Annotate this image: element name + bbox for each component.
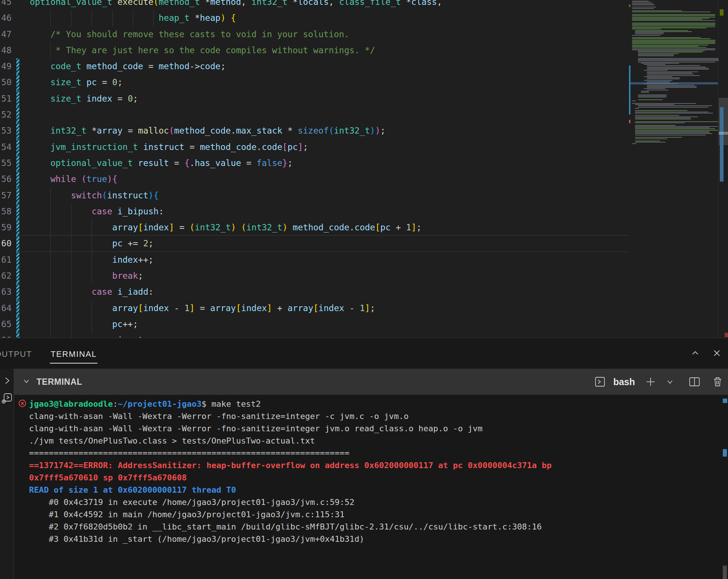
gutter-modified-indicator xyxy=(16,204,19,220)
code-text: code_t method_code = method->code; xyxy=(30,58,728,74)
code-text: optional_value_t execute(method_t *metho… xyxy=(30,0,728,10)
indent-guide xyxy=(50,220,51,236)
line-number: 62 xyxy=(0,268,12,284)
tab-output[interactable]: OUTPUT xyxy=(0,347,33,363)
gutter-modified-indicator xyxy=(16,91,19,107)
indent-guide xyxy=(153,10,154,26)
code-editor[interactable]: 45optional_value_t execute(method_t *met… xyxy=(0,0,728,338)
indent-guide xyxy=(50,10,51,26)
kill-terminal-button[interactable] xyxy=(712,376,724,388)
terminal-row: clang-with-asan -Wall -Wextra -Werror -f… xyxy=(29,422,728,435)
code-text: break; xyxy=(30,268,728,284)
chevron-right-icon[interactable] xyxy=(2,375,12,387)
line-number: 56 xyxy=(0,171,12,187)
indent-guide xyxy=(92,268,92,284)
split-terminal-button[interactable] xyxy=(689,376,700,388)
gutter-modified-indicator xyxy=(16,171,19,187)
minimap[interactable] xyxy=(629,0,718,338)
code-line-66: 66 case i_return: xyxy=(0,332,728,338)
panel-tab-bar: OUTPUTTERMINAL xyxy=(0,338,728,369)
shell-name-label[interactable]: bash xyxy=(613,377,635,387)
code-line-57: 57 switch(instruct){ xyxy=(0,188,728,204)
gutter-modified-indicator xyxy=(16,188,19,204)
terminal-row: 0x7fff5a670610 sp 0x7fff5a670608 xyxy=(29,471,728,484)
line-number: 45 xyxy=(0,0,12,10)
code-text: size_t index = 0; xyxy=(30,91,728,107)
code-text: optional_value_t result = {.has_value = … xyxy=(30,155,728,171)
code-line-54: 54 jvm_instruction_t instruct = method_c… xyxy=(0,139,728,155)
gutter-modified-indicator xyxy=(16,123,19,139)
panel-side-strip xyxy=(0,369,14,579)
indent-guide xyxy=(133,10,133,26)
code-text: case i_return: xyxy=(30,332,728,338)
gutter-modified-indicator xyxy=(16,220,19,236)
indent-guide xyxy=(92,252,92,268)
indent-guide xyxy=(50,252,51,268)
line-number: 66 xyxy=(0,332,12,338)
tab-terminal[interactable]: TERMINAL xyxy=(50,347,98,364)
line-number: 55 xyxy=(0,155,12,171)
terminal-dropdown-button[interactable] xyxy=(664,376,676,388)
code-text: while (true){ xyxy=(30,171,728,187)
line-number: 47 xyxy=(0,26,12,42)
line-number: 59 xyxy=(0,220,12,236)
close-icon xyxy=(712,348,722,359)
indent-guide xyxy=(50,188,51,204)
code-line-53: 53 int32_t *array = malloc(method_code.m… xyxy=(0,123,728,139)
terminal-output[interactable]: ✕jgao3@labradoodle:~/project01-jgao3$ ma… xyxy=(14,395,728,579)
code-line-55: 55 optional_value_t result = {.has_value… xyxy=(0,155,728,171)
chevron-down-icon[interactable] xyxy=(22,376,31,387)
code-line-49: 49 code_t method_code = method->code; xyxy=(0,58,728,74)
code-text: * They are just here so the code compile… xyxy=(30,42,728,58)
ruler-modified-mark xyxy=(720,107,724,182)
terminal-row: #1 0x4c4592 in main /home/jgao3/project0… xyxy=(29,508,728,521)
code-text: jvm_instruction_t instruct = method_code… xyxy=(30,139,728,155)
indent-guide xyxy=(71,332,71,338)
code-line-63: 63 case i_iadd: xyxy=(0,284,728,300)
code-line-60: 60 pc += 2; xyxy=(0,236,728,252)
gutter-modified-indicator xyxy=(16,316,19,332)
indent-guide xyxy=(71,10,71,26)
line-number: 64 xyxy=(0,300,12,316)
code-line-56: 56 while (true){ xyxy=(0,171,728,187)
close-panel-button[interactable] xyxy=(711,348,723,360)
indent-guide xyxy=(50,204,51,220)
code-text: size_t pc = 0; xyxy=(30,74,728,90)
line-number: 65 xyxy=(0,316,12,332)
gutter-modified-indicator xyxy=(16,139,19,155)
code-line-46: 46 heap_t *heap) { xyxy=(0,10,728,26)
minimap-modified-marker xyxy=(629,65,630,115)
terminal-row: #3 0x41b31d in _start (/home/jgao3/proje… xyxy=(29,533,728,545)
terminal-row: ==1371742==ERROR: AddressSanitizer: heap… xyxy=(29,459,728,471)
indent-guide xyxy=(71,236,71,252)
chevron-up-icon xyxy=(690,348,700,359)
line-number: 54 xyxy=(0,139,12,155)
terminal-scrollbar-thumb[interactable] xyxy=(723,566,727,579)
code-text: array[index - 1] = array[index] + array[… xyxy=(30,300,728,316)
indent-guide xyxy=(71,220,71,236)
indent-guide xyxy=(92,316,92,332)
code-line-52: 52 xyxy=(0,107,728,123)
line-number: 46 xyxy=(0,10,12,26)
indent-guide xyxy=(92,300,92,316)
code-line-64: 64 array[index - 1] = array[index] + arr… xyxy=(0,300,728,316)
terminal-row: ./jvm tests/OnePlusTwo.class > tests/One… xyxy=(29,435,728,447)
gutter-modified-indicator xyxy=(16,300,19,316)
gutter-modified-indicator xyxy=(16,58,19,74)
indent-guide xyxy=(71,284,71,300)
code-line-62: 62 break; xyxy=(0,268,728,284)
terminal-row: #0 0x4c3719 in execute /home/jgao3/proje… xyxy=(29,496,728,508)
maximize-panel-button[interactable] xyxy=(689,348,701,360)
code-line-48: 48 * They are just here so the code comp… xyxy=(0,42,728,58)
editor-scrollbar[interactable] xyxy=(719,0,728,338)
terminal-row: READ of size 1 at 0x602000000117 thread … xyxy=(29,484,728,496)
line-number: 52 xyxy=(0,107,12,123)
new-terminal-button[interactable] xyxy=(645,376,657,388)
vscode-window: 45optional_value_t execute(method_t *met… xyxy=(0,0,728,579)
indent-guide xyxy=(92,10,92,26)
terminal-row: #2 0x7f6820d5b0b2 in __libc_start_main /… xyxy=(29,521,728,533)
code-line-58: 58 case i_bipush: xyxy=(0,204,728,220)
code-text: index++; xyxy=(30,252,728,268)
code-text: case i_bipush: xyxy=(30,204,728,220)
debug-console-icon[interactable] xyxy=(1,392,13,406)
